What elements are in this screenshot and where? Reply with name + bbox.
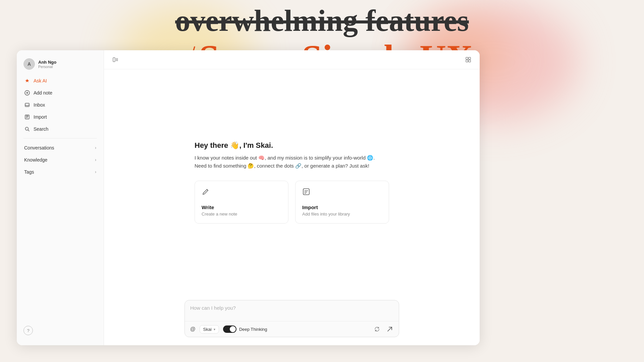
refresh-button[interactable] <box>372 324 382 334</box>
sidebar-bottom: ? <box>17 322 104 339</box>
send-button[interactable] <box>385 324 395 334</box>
nav-section-knowledge[interactable]: Knowledge › <box>20 154 100 166</box>
welcome-line2: Need to find something 🤔, connect the do… <box>195 162 389 170</box>
write-card-title: Write <box>202 204 281 210</box>
svg-line-11 <box>28 130 30 131</box>
at-mention-button[interactable]: @ <box>189 325 197 333</box>
svg-rect-18 <box>466 60 468 62</box>
tags-chevron: › <box>95 170 96 174</box>
welcome-section: Hey there 👋, I'm Skai. I know your notes… <box>195 140 389 170</box>
ask-ai-icon <box>24 78 30 84</box>
svg-rect-16 <box>466 57 468 59</box>
nav-item-search[interactable]: Search <box>20 123 100 135</box>
deep-thinking-label: Deep Thinking <box>239 327 267 332</box>
tags-label: Tags <box>24 169 34 175</box>
welcome-title: Hey there 👋, I'm Skai. <box>195 140 389 151</box>
write-card[interactable]: Write Create a new note <box>195 181 288 224</box>
nav-label-import: Import <box>34 114 47 120</box>
nav-list: Ask AI Add note <box>17 75 104 135</box>
sidebar: A Anh Ngo Personal Ask AI <box>17 50 104 345</box>
inbox-icon <box>24 102 30 108</box>
chat-input-box: @ Skai ▾ Deep Thinking <box>184 300 399 337</box>
chat-input-field[interactable] <box>185 300 399 320</box>
write-card-subtitle: Create a new note <box>202 212 281 217</box>
nav-section-tags[interactable]: Tags › <box>20 166 100 178</box>
model-name: Skai <box>203 327 212 332</box>
svg-line-25 <box>388 327 392 331</box>
import-card-subtitle: Add files into your library <box>302 212 382 217</box>
nav-item-import[interactable]: Import <box>20 111 100 123</box>
nav-label-add-note: Add note <box>34 90 52 96</box>
main-content: Hey there 👋, I'm Skai. I know your notes… <box>104 50 480 345</box>
import-card-icon <box>302 188 382 198</box>
svg-rect-6 <box>25 115 29 119</box>
nav-label-ask-ai: Ask AI <box>34 78 47 83</box>
svg-line-20 <box>207 189 208 190</box>
conversations-label: Conversations <box>24 145 54 150</box>
svg-rect-17 <box>469 57 471 59</box>
model-selector[interactable]: Skai ▾ <box>200 325 219 334</box>
knowledge-label: Knowledge <box>24 157 47 163</box>
import-card-title: Import <box>302 204 382 210</box>
chat-area: Hey there 👋, I'm Skai. I know your notes… <box>104 69 480 295</box>
user-details: Anh Ngo Personal <box>38 60 56 69</box>
write-card-icon <box>202 188 281 198</box>
nav-item-add-note[interactable]: Add note <box>20 87 100 99</box>
import-card[interactable]: Import Add files into your library <box>295 181 389 224</box>
help-button[interactable]: ? <box>23 326 33 335</box>
chat-input-container: @ Skai ▾ Deep Thinking <box>104 295 480 345</box>
action-cards: Write Create a new note Import Add <box>195 181 389 224</box>
user-name: Anh Ngo <box>38 60 56 65</box>
knowledge-chevron: › <box>95 158 96 162</box>
avatar: A <box>23 58 35 70</box>
svg-rect-12 <box>113 58 115 62</box>
user-info[interactable]: A Anh Ngo Personal <box>17 57 104 75</box>
layout-toggle-button[interactable] <box>464 55 473 64</box>
add-note-icon <box>24 90 30 96</box>
deep-thinking-toggle[interactable]: Deep Thinking <box>223 325 267 333</box>
chat-input-toolbar: @ Skai ▾ Deep Thinking <box>185 321 399 337</box>
sidebar-toggle-button[interactable] <box>111 55 120 64</box>
app-window: A Anh Ngo Personal Ask AI <box>17 50 480 345</box>
conversations-chevron: › <box>95 145 96 150</box>
svg-rect-3 <box>25 103 29 107</box>
nav-item-ask-ai[interactable]: Ask AI <box>20 75 100 86</box>
import-icon <box>24 114 30 120</box>
svg-rect-21 <box>303 189 309 195</box>
model-chevron-icon: ▾ <box>214 327 215 331</box>
nav-divider <box>23 138 97 138</box>
nav-label-inbox: Inbox <box>34 102 45 108</box>
nav-item-inbox[interactable]: Inbox <box>20 99 100 111</box>
nav-section-conversations[interactable]: Conversations › <box>20 142 100 154</box>
svg-rect-19 <box>469 60 471 62</box>
welcome-line1: I know your notes inside out 🧠, and my m… <box>195 154 389 162</box>
bg-strikethrough-text: overwhelming features <box>0 3 644 38</box>
search-icon <box>24 126 30 132</box>
nav-label-search: Search <box>34 126 48 132</box>
user-plan: Personal <box>38 65 56 69</box>
toggle-knob <box>230 326 236 332</box>
deep-thinking-switch[interactable] <box>223 325 236 333</box>
top-bar <box>104 50 480 69</box>
